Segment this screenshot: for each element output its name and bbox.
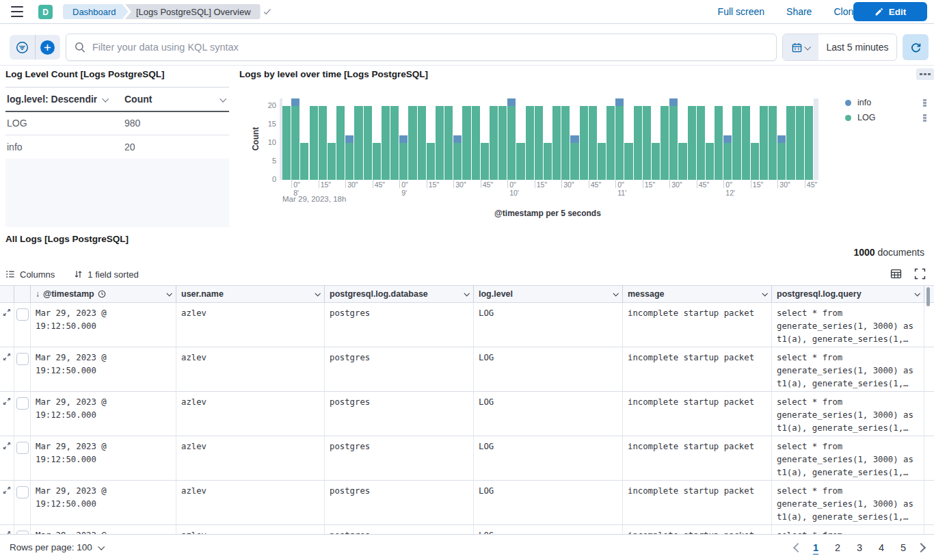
columns-button[interactable]: Columns: [5, 269, 55, 280]
grid-cell[interactable]: azlev: [176, 481, 325, 524]
bar-info[interactable]: [507, 98, 516, 106]
space-avatar[interactable]: D: [38, 5, 53, 19]
bar-log[interactable]: [652, 143, 660, 180]
bar-log[interactable]: [310, 106, 318, 180]
legend-item-menu-icon[interactable]: [923, 114, 926, 122]
refresh-button[interactable]: [903, 34, 929, 60]
previous-page-button[interactable]: [793, 542, 803, 552]
bar-log[interactable]: [580, 106, 588, 180]
bar-log[interactable]: [399, 143, 408, 180]
page-number-3[interactable]: 3: [852, 539, 867, 556]
bar-log[interactable]: [427, 143, 435, 180]
bar-log[interactable]: [634, 106, 642, 180]
rows-per-page-button[interactable]: Rows per page: 100: [10, 542, 103, 552]
expand-row-icon[interactable]: [3, 486, 11, 494]
bar-log[interactable]: [786, 106, 795, 180]
grid-cell[interactable]: LOG: [474, 525, 623, 534]
bar-log[interactable]: [742, 106, 750, 180]
grid-cell[interactable]: select * from generate_series(1, 3000) a…: [772, 392, 924, 436]
bar-log[interactable]: [643, 106, 651, 180]
bar-log[interactable]: [462, 106, 470, 180]
bar-log[interactable]: [373, 143, 381, 180]
bar-info[interactable]: [669, 98, 678, 106]
bar-log[interactable]: [760, 106, 768, 180]
expand-row-icon[interactable]: [3, 442, 11, 450]
bar-log[interactable]: [300, 143, 308, 180]
grid-cell[interactable]: LOG: [474, 481, 623, 524]
expand-row-icon[interactable]: [3, 397, 11, 405]
grid-cell[interactable]: LOG: [474, 347, 623, 391]
legend-item[interactable]: info: [845, 98, 871, 107]
row-checkbox[interactable]: [16, 308, 29, 321]
bar-log[interactable]: [589, 106, 597, 180]
bar-log[interactable]: [328, 143, 336, 180]
breadcrumb-dashboard[interactable]: Dashboard: [63, 4, 129, 19]
bar-log[interactable]: [336, 106, 345, 180]
grid-cell[interactable]: Mar 29, 2023 @ 19:12:50.000: [31, 347, 176, 391]
bar-log[interactable]: [291, 106, 299, 180]
grid-cell[interactable]: azlev: [176, 392, 325, 436]
grid-cell[interactable]: azlev: [176, 525, 325, 534]
bar-log[interactable]: [598, 143, 606, 180]
count-column-header[interactable]: Count: [124, 94, 229, 105]
grid-column-header-postgresqllogquery[interactable]: postgresql.log.query: [772, 286, 924, 302]
bar-log[interactable]: [769, 106, 777, 180]
row-checkbox[interactable]: [16, 353, 29, 365]
grid-column-header-timestamp[interactable]: ↓@timestamp: [31, 286, 176, 302]
bar-log[interactable]: [552, 106, 561, 180]
grid-column-header-postgresqllogdatabase[interactable]: postgresql.log.database: [325, 286, 474, 302]
log-level-column-header[interactable]: log.level: Descendir: [5, 94, 124, 105]
grid-cell[interactable]: select * from generate_series(1, 3000) a…: [772, 347, 924, 391]
bar-log[interactable]: [319, 106, 327, 180]
bar-log[interactable]: [481, 143, 489, 180]
grid-cell[interactable]: incomplete startup packet: [623, 481, 772, 524]
bar-log[interactable]: [606, 106, 615, 180]
time-picker-calendar-button[interactable]: [783, 34, 818, 60]
bar-log[interactable]: [282, 106, 291, 180]
share-link[interactable]: Share: [786, 6, 812, 17]
bar-log[interactable]: [723, 143, 732, 180]
add-filter-button[interactable]: [35, 35, 61, 59]
grid-cell[interactable]: postgres: [325, 525, 474, 534]
saved-filters-button[interactable]: [10, 35, 35, 59]
bar-log[interactable]: [661, 106, 669, 180]
grid-column-header-message[interactable]: message: [623, 286, 772, 302]
bar-log[interactable]: [390, 106, 399, 180]
bar-info[interactable]: [453, 135, 462, 143]
bar-info[interactable]: [777, 135, 786, 143]
bar-log[interactable]: [364, 106, 372, 180]
grid-cell[interactable]: Mar 29, 2023 @ 19:12:50.000: [31, 525, 176, 534]
bar-log[interactable]: [418, 106, 426, 180]
bar-log[interactable]: [436, 106, 444, 180]
bar-info[interactable]: [345, 135, 353, 143]
bar-log[interactable]: [535, 106, 543, 180]
page-number-1[interactable]: 1: [808, 539, 823, 556]
grid-cell[interactable]: Mar 29, 2023 @ 19:12:50.000: [31, 303, 176, 347]
bar-log[interactable]: [615, 106, 624, 180]
grid-header-select-all[interactable]: [14, 286, 31, 302]
bar-log[interactable]: [345, 143, 353, 180]
grid-scrollbar[interactable]: [926, 287, 930, 306]
grid-cell[interactable]: Mar 29, 2023 @ 19:12:50.000: [31, 392, 176, 436]
grid-cell[interactable]: LOG: [474, 436, 623, 480]
bar-log[interactable]: [688, 106, 696, 180]
grid-cell[interactable]: incomplete startup packet: [623, 525, 772, 534]
grid-cell[interactable]: select * from generate_series(1, 3000) a…: [772, 436, 924, 480]
grid-cell[interactable]: select * from generate_series(1, 3000) a…: [772, 481, 924, 524]
bar-log[interactable]: [751, 143, 759, 180]
bar-log[interactable]: [796, 106, 804, 180]
bar-log[interactable]: [561, 106, 570, 180]
row-checkbox[interactable]: [16, 397, 29, 410]
bar-log[interactable]: [354, 106, 362, 180]
time-range-value[interactable]: Last 5 minutes: [818, 34, 896, 60]
bar-info[interactable]: [615, 98, 624, 106]
page-number-2[interactable]: 2: [830, 539, 845, 556]
bar-log[interactable]: [507, 106, 516, 180]
bar-log[interactable]: [544, 143, 552, 180]
legend-item[interactable]: LOG: [845, 113, 875, 122]
table-row[interactable]: info 20: [5, 135, 229, 159]
grid-cell[interactable]: postgres: [325, 392, 474, 436]
bar-log[interactable]: [732, 106, 740, 180]
grid-cell[interactable]: select * from generate_series(1, 3000) a…: [772, 303, 924, 347]
bar-log[interactable]: [472, 106, 480, 180]
